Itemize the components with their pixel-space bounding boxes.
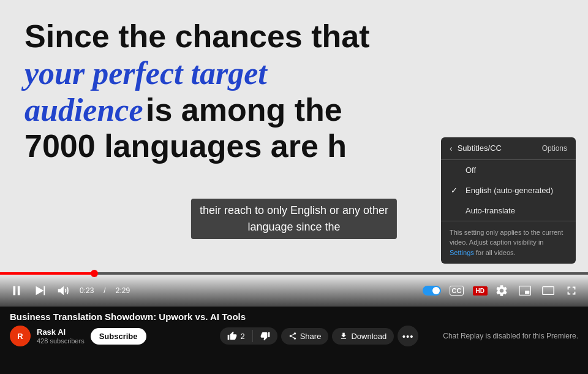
- volume-button[interactable]: [54, 281, 72, 300]
- svg-rect-1: [18, 286, 20, 296]
- subtitles-english-item[interactable]: English (auto-generated): [441, 180, 576, 200]
- hd-button[interactable]: HD: [473, 286, 488, 296]
- like-dislike-group: 2: [220, 327, 277, 345]
- settings-button[interactable]: [492, 281, 511, 300]
- subtitle-overlay: their reach to only English or any other…: [191, 199, 397, 239]
- channel-subs: 428 subscribers: [37, 337, 85, 345]
- next-button[interactable]: [31, 281, 49, 300]
- fullscreen-button[interactable]: [562, 281, 581, 300]
- video-text-highlight-block: your perfect target audience is among th…: [24, 55, 564, 129]
- toggle-track[interactable]: [423, 286, 441, 296]
- like-button[interactable]: 2: [220, 327, 252, 345]
- video-title: Business Translation Showdown: Upwork vs…: [10, 311, 578, 322]
- toggle-switch[interactable]: [423, 286, 441, 296]
- actions-right: 2 Share Download •••: [220, 326, 418, 346]
- video-text-line1: Since the chances that: [24, 18, 564, 55]
- subtitles-settings-link[interactable]: Settings: [450, 249, 474, 256]
- back-arrow-icon[interactable]: ‹: [450, 143, 453, 153]
- download-label: Download: [351, 332, 386, 341]
- channel-avatar[interactable]: R: [10, 326, 31, 346]
- play-pause-button[interactable]: [7, 281, 26, 300]
- channel-info: Rask AI 428 subscribers: [37, 327, 85, 345]
- subtitles-cc-panel[interactable]: ‹ Subtitles/CC Options Off English (auto…: [441, 137, 576, 264]
- chat-replay-message: Chat Replay is disabled for this Premier…: [443, 332, 578, 340]
- svg-rect-7: [543, 287, 554, 295]
- svg-rect-6: [525, 291, 529, 294]
- subtitles-panel-note: This setting only applies to the current…: [441, 221, 576, 264]
- download-button[interactable]: Download: [332, 328, 394, 345]
- miniplayer-button[interactable]: [516, 281, 534, 300]
- info-bar: Business Translation Showdown: Upwork vs…: [0, 307, 588, 349]
- subtitles-options-link[interactable]: Options: [542, 144, 567, 153]
- more-options-button[interactable]: •••: [398, 326, 418, 346]
- subtitles-auto-translate-item[interactable]: Auto-translate: [441, 200, 576, 221]
- time-display: 0:23: [80, 286, 94, 295]
- subtitles-panel-header: ‹ Subtitles/CC Options: [441, 137, 576, 160]
- svg-marker-4: [58, 286, 64, 296]
- toggle-knob: [432, 287, 440, 294]
- controls-bar: 0:23 / 2:29 CC HD: [0, 275, 588, 307]
- time-total: 2:29: [116, 286, 130, 295]
- channel-name: Rask AI: [37, 327, 85, 337]
- svg-marker-2: [36, 286, 44, 296]
- subtitles-panel-title: Subtitles/CC: [458, 143, 502, 153]
- subtitles-off-item[interactable]: Off: [441, 160, 576, 180]
- subscribe-button[interactable]: Subscribe: [91, 328, 146, 345]
- theater-button[interactable]: [539, 281, 557, 300]
- channel-row: R Rask AI 428 subscribers Subscribe 2: [10, 326, 578, 346]
- video-player[interactable]: Since the chances that your perfect targ…: [0, 0, 588, 307]
- dislike-button[interactable]: [253, 327, 277, 345]
- svg-rect-0: [13, 286, 16, 296]
- cc-button[interactable]: CC: [446, 281, 468, 300]
- share-label: Share: [300, 332, 322, 341]
- svg-rect-3: [43, 286, 45, 296]
- share-button[interactable]: Share: [281, 328, 329, 345]
- time-separator: /: [104, 286, 105, 295]
